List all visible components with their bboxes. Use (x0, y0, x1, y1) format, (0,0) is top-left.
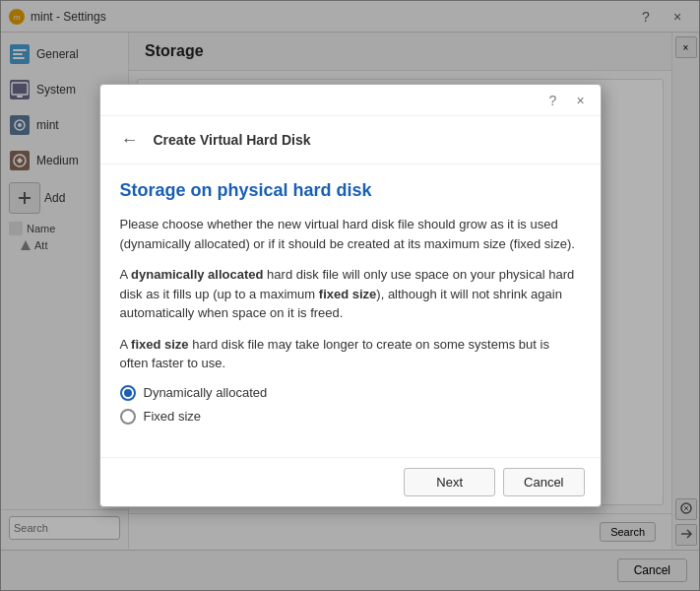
next-button[interactable]: Next (404, 468, 495, 496)
modal-overlay: ? × ← Create Virtual Hard Disk Storage o… (0, 0, 700, 591)
radio-label-fixed: Fixed size (144, 409, 202, 424)
dialog-cancel-button[interactable]: Cancel (503, 468, 584, 496)
dialog-body: Storage on physical hard disk Please cho… (100, 164, 601, 457)
dialog: ? × ← Create Virtual Hard Disk Storage o… (99, 84, 602, 507)
bold-fixed-size-1: fixed size (319, 287, 377, 301)
dialog-close-button[interactable]: × (569, 91, 593, 110)
dialog-back-button[interactable]: ← (116, 126, 144, 154)
dialog-page-title: Storage on physical hard disk (120, 180, 581, 201)
radio-circle-dynamic (120, 385, 136, 401)
radio-option-fixed[interactable]: Fixed size (120, 409, 581, 425)
dialog-desc-3: A fixed size hard disk file may take lon… (120, 335, 581, 373)
bold-dynamically: dynamically allocated (131, 267, 263, 282)
dialog-help-button[interactable]: ? (541, 91, 565, 110)
bold-fixed-size-2: fixed size (131, 337, 189, 352)
radio-group: Dynamically allocated Fixed size (120, 385, 581, 425)
dialog-desc-2: A dynamically allocated hard disk file w… (120, 265, 581, 323)
dialog-titlebar: ? × (100, 85, 601, 116)
dialog-footer: Next Cancel (100, 457, 601, 506)
dialog-nav: ← Create Virtual Hard Disk (100, 116, 601, 164)
radio-option-dynamic[interactable]: Dynamically allocated (120, 385, 581, 401)
dialog-step-title: Create Virtual Hard Disk (154, 132, 311, 148)
radio-dot-dynamic (124, 389, 132, 397)
radio-label-dynamic: Dynamically allocated (144, 385, 268, 400)
radio-circle-fixed (120, 409, 136, 425)
dialog-desc-1: Please choose whether the new virtual ha… (120, 215, 581, 253)
